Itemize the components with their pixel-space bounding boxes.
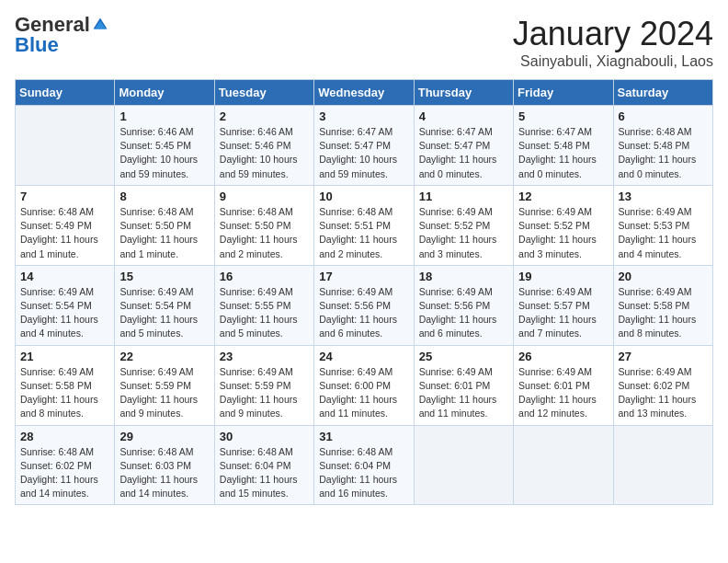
calendar-cell: 17Sunrise: 6:49 AM Sunset: 5:56 PM Dayli…	[314, 265, 414, 345]
calendar-cell: 2Sunrise: 6:46 AM Sunset: 5:46 PM Daylig…	[214, 106, 313, 186]
day-of-week-header: Wednesday	[314, 80, 414, 106]
day-number: 25	[419, 350, 508, 363]
day-number: 17	[319, 270, 408, 283]
day-number: 14	[20, 270, 109, 283]
day-number: 26	[518, 350, 608, 363]
calendar-cell	[414, 425, 513, 505]
day-number: 6	[619, 109, 708, 123]
calendar-cell: 20Sunrise: 6:49 AM Sunset: 5:58 PM Dayli…	[613, 265, 712, 345]
day-info: Sunrise: 6:48 AM Sunset: 6:03 PM Dayligh…	[119, 445, 209, 501]
day-of-week-header: Sunday	[16, 80, 115, 106]
calendar-week-row: 14Sunrise: 6:49 AM Sunset: 5:54 PM Dayli…	[16, 265, 713, 345]
day-info: Sunrise: 6:46 AM Sunset: 5:46 PM Dayligh…	[220, 125, 309, 181]
day-info: Sunrise: 6:47 AM Sunset: 5:48 PM Dayligh…	[518, 125, 608, 181]
day-of-week-header: Friday	[514, 80, 613, 106]
calendar-table: SundayMondayTuesdayWednesdayThursdayFrid…	[15, 79, 713, 505]
day-number: 22	[119, 350, 209, 363]
calendar-cell: 25Sunrise: 6:49 AM Sunset: 6:01 PM Dayli…	[414, 345, 513, 425]
day-number: 20	[619, 270, 708, 283]
day-info: Sunrise: 6:49 AM Sunset: 5:59 PM Dayligh…	[119, 365, 209, 421]
calendar-cell	[16, 106, 115, 186]
day-info: Sunrise: 6:48 AM Sunset: 5:51 PM Dayligh…	[319, 205, 408, 261]
page-subtitle: Sainyabuli, Xiagnabouli, Laos	[513, 53, 713, 70]
day-info: Sunrise: 6:47 AM Sunset: 5:47 PM Dayligh…	[319, 125, 408, 181]
day-info: Sunrise: 6:48 AM Sunset: 6:04 PM Dayligh…	[319, 445, 408, 501]
calendar-cell: 18Sunrise: 6:49 AM Sunset: 5:56 PM Dayli…	[414, 265, 513, 345]
day-of-week-header: Thursday	[414, 80, 513, 106]
day-number: 15	[119, 270, 209, 283]
calendar-cell: 4Sunrise: 6:47 AM Sunset: 5:47 PM Daylig…	[414, 106, 513, 186]
day-number: 11	[419, 190, 508, 203]
calendar-cell	[514, 425, 613, 505]
day-number: 23	[220, 350, 309, 363]
page-header: General Blue January 2024 Sainyabuli, Xi…	[15, 15, 713, 70]
day-info: Sunrise: 6:49 AM Sunset: 6:01 PM Dayligh…	[419, 365, 508, 421]
calendar-cell: 23Sunrise: 6:49 AM Sunset: 5:59 PM Dayli…	[214, 345, 313, 425]
day-number: 16	[220, 270, 309, 283]
calendar-cell: 16Sunrise: 6:49 AM Sunset: 5:55 PM Dayli…	[214, 265, 313, 345]
calendar-cell: 10Sunrise: 6:48 AM Sunset: 5:51 PM Dayli…	[314, 185, 414, 265]
day-info: Sunrise: 6:49 AM Sunset: 5:52 PM Dayligh…	[518, 205, 608, 261]
calendar-cell: 28Sunrise: 6:48 AM Sunset: 6:02 PM Dayli…	[16, 425, 115, 505]
day-info: Sunrise: 6:48 AM Sunset: 5:49 PM Dayligh…	[20, 205, 109, 261]
day-info: Sunrise: 6:49 AM Sunset: 5:57 PM Dayligh…	[518, 285, 608, 341]
day-info: Sunrise: 6:49 AM Sunset: 5:54 PM Dayligh…	[119, 285, 209, 341]
day-number: 1	[119, 109, 209, 123]
calendar-cell: 24Sunrise: 6:49 AM Sunset: 6:00 PM Dayli…	[314, 345, 414, 425]
title-section: January 2024 Sainyabuli, Xiagnabouli, La…	[513, 15, 713, 70]
calendar-cell: 6Sunrise: 6:48 AM Sunset: 5:48 PM Daylig…	[613, 106, 712, 186]
day-info: Sunrise: 6:49 AM Sunset: 5:58 PM Dayligh…	[619, 285, 708, 341]
calendar-cell: 13Sunrise: 6:49 AM Sunset: 5:53 PM Dayli…	[613, 185, 712, 265]
calendar-cell: 11Sunrise: 6:49 AM Sunset: 5:52 PM Dayli…	[414, 185, 513, 265]
day-number: 18	[419, 270, 508, 283]
day-info: Sunrise: 6:49 AM Sunset: 6:00 PM Dayligh…	[319, 365, 408, 421]
day-info: Sunrise: 6:48 AM Sunset: 5:50 PM Dayligh…	[220, 205, 309, 261]
day-number: 5	[518, 109, 608, 123]
logo: General Blue	[15, 15, 108, 55]
day-number: 27	[619, 350, 708, 363]
day-info: Sunrise: 6:49 AM Sunset: 6:02 PM Dayligh…	[619, 365, 708, 421]
page-title: January 2024	[513, 15, 713, 53]
day-number: 13	[619, 190, 708, 203]
day-number: 19	[518, 270, 608, 283]
day-info: Sunrise: 6:49 AM Sunset: 5:58 PM Dayligh…	[20, 365, 109, 421]
day-number: 28	[20, 430, 109, 443]
day-info: Sunrise: 6:48 AM Sunset: 5:50 PM Dayligh…	[119, 205, 209, 261]
calendar-cell: 27Sunrise: 6:49 AM Sunset: 6:02 PM Dayli…	[613, 345, 712, 425]
calendar-cell: 22Sunrise: 6:49 AM Sunset: 5:59 PM Dayli…	[115, 345, 214, 425]
day-number: 2	[220, 109, 309, 123]
calendar-header-row: SundayMondayTuesdayWednesdayThursdayFrid…	[16, 80, 713, 106]
calendar-cell: 14Sunrise: 6:49 AM Sunset: 5:54 PM Dayli…	[16, 265, 115, 345]
calendar-cell: 30Sunrise: 6:48 AM Sunset: 6:04 PM Dayli…	[214, 425, 313, 505]
day-of-week-header: Tuesday	[214, 80, 313, 106]
calendar-week-row: 21Sunrise: 6:49 AM Sunset: 5:58 PM Dayli…	[16, 345, 713, 425]
day-number: 3	[319, 109, 408, 123]
calendar-cell: 12Sunrise: 6:49 AM Sunset: 5:52 PM Dayli…	[514, 185, 613, 265]
calendar-cell: 1Sunrise: 6:46 AM Sunset: 5:45 PM Daylig…	[115, 106, 214, 186]
day-info: Sunrise: 6:46 AM Sunset: 5:45 PM Dayligh…	[119, 125, 209, 181]
day-info: Sunrise: 6:49 AM Sunset: 5:59 PM Dayligh…	[220, 365, 309, 421]
logo-icon	[92, 17, 108, 33]
calendar-cell: 7Sunrise: 6:48 AM Sunset: 5:49 PM Daylig…	[16, 185, 115, 265]
day-of-week-header: Monday	[115, 80, 214, 106]
calendar-cell: 15Sunrise: 6:49 AM Sunset: 5:54 PM Dayli…	[115, 265, 214, 345]
calendar-week-row: 7Sunrise: 6:48 AM Sunset: 5:49 PM Daylig…	[16, 185, 713, 265]
day-info: Sunrise: 6:49 AM Sunset: 5:53 PM Dayligh…	[619, 205, 708, 261]
day-number: 9	[220, 190, 309, 203]
day-number: 10	[319, 190, 408, 203]
calendar-cell	[613, 425, 712, 505]
calendar-cell: 26Sunrise: 6:49 AM Sunset: 6:01 PM Dayli…	[514, 345, 613, 425]
day-number: 30	[220, 430, 309, 443]
calendar-week-row: 28Sunrise: 6:48 AM Sunset: 6:02 PM Dayli…	[16, 425, 713, 505]
calendar-cell: 3Sunrise: 6:47 AM Sunset: 5:47 PM Daylig…	[314, 106, 414, 186]
day-info: Sunrise: 6:49 AM Sunset: 5:54 PM Dayligh…	[20, 285, 109, 341]
day-number: 4	[419, 109, 508, 123]
calendar-week-row: 1Sunrise: 6:46 AM Sunset: 5:45 PM Daylig…	[16, 106, 713, 186]
day-info: Sunrise: 6:48 AM Sunset: 5:48 PM Dayligh…	[619, 125, 708, 181]
day-info: Sunrise: 6:49 AM Sunset: 6:01 PM Dayligh…	[518, 365, 608, 421]
day-of-week-header: Saturday	[613, 80, 712, 106]
calendar-cell: 19Sunrise: 6:49 AM Sunset: 5:57 PM Dayli…	[514, 265, 613, 345]
calendar-cell: 31Sunrise: 6:48 AM Sunset: 6:04 PM Dayli…	[314, 425, 414, 505]
day-number: 8	[119, 190, 209, 203]
logo-general: General	[15, 15, 90, 35]
